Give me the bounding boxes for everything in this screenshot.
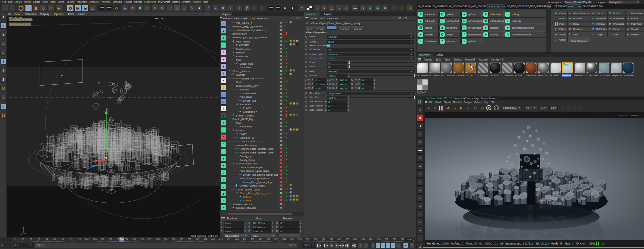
svg-text:♦: ♦ bbox=[61, 74, 63, 77]
